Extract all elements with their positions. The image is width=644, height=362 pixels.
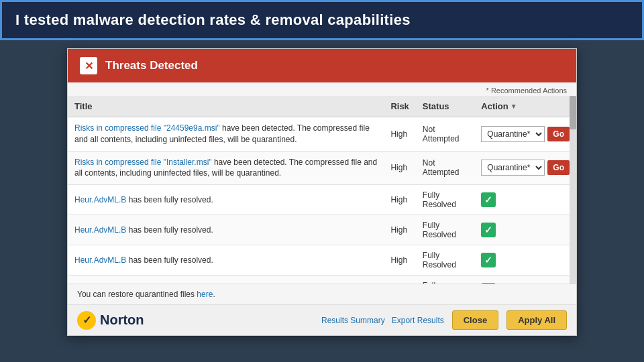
action-select[interactable]: Quarantine*ExcludeDelete: [481, 126, 545, 142]
table-row: Heur.AdvML.B has been fully resolved.Hig…: [68, 185, 576, 215]
norton-brand: Norton: [100, 312, 144, 328]
resolved-check-icon: ✓: [481, 223, 496, 237]
action-group: Quarantine*ExcludeDeleteGo: [481, 126, 570, 142]
cell-title: Risks in compressed file "24459e9a.msi" …: [68, 117, 384, 152]
cell-risk: High: [384, 151, 415, 185]
cell-action: ✓: [474, 185, 576, 215]
threats-table: Title Risk Status Action ▼ Risks in comp: [68, 96, 576, 284]
cell-status: Fully Resolved: [416, 215, 474, 245]
table-row: Heur.AdvML.B has been fully resolved.Hig…: [68, 245, 576, 276]
cell-title: Heur.AdvML.B has been fully resolved.: [68, 276, 384, 284]
table-row: Heur.AdvML.B has been fully resolved.Hig…: [68, 276, 576, 284]
table-row: Risks in compressed file "24459e9a.msi" …: [68, 117, 576, 152]
table-row: Heur.AdvML.B has been fully resolved.Hig…: [68, 215, 576, 245]
cell-risk: High: [384, 185, 415, 215]
table-header-row: Title Risk Status Action ▼: [68, 96, 576, 117]
col-action: Action ▼: [474, 96, 576, 117]
action-group: Quarantine*ExcludeDeleteGo: [481, 160, 570, 176]
threat-name-link[interactable]: Risks in compressed file "Installer.msi": [74, 158, 212, 167]
apply-all-button[interactable]: Apply All: [506, 310, 567, 330]
col-status: Status: [416, 96, 474, 117]
dialog-footer: ✓ Norton Results Summary Export Results …: [68, 304, 576, 335]
footer-links: Results Summary Export Results: [321, 316, 444, 325]
resolved-check-icon: ✓: [481, 253, 496, 267]
cell-action: ✓: [474, 215, 576, 245]
banner-text: I tested malware detection rates & remov…: [15, 11, 411, 28]
export-results-link[interactable]: Export Results: [392, 316, 444, 325]
action-select[interactable]: Quarantine*ExcludeDelete: [481, 160, 545, 176]
cell-action: ✓: [474, 276, 576, 284]
norton-logo: ✓ Norton: [77, 311, 144, 330]
cell-status: Not Attempted: [416, 151, 474, 185]
cell-title: Heur.AdvML.B has been fully resolved.: [68, 215, 384, 245]
close-button[interactable]: Close: [452, 310, 498, 330]
cell-risk: High: [384, 117, 415, 152]
recommended-note: * Recommended Actions: [68, 82, 576, 96]
threat-name-link[interactable]: Heur.AdvML.B: [74, 225, 126, 235]
go-button[interactable]: Go: [547, 127, 570, 141]
scrollbar-thumb[interactable]: [570, 96, 576, 129]
threats-dialog: ✕ Threats Detected * Recommended Actions…: [67, 48, 577, 336]
scrollbar[interactable]: [570, 96, 576, 284]
close-x-icon: ✕: [80, 57, 97, 74]
sort-arrow-icon: ▼: [511, 103, 517, 110]
cell-title: Heur.AdvML.B has been fully resolved.: [68, 185, 384, 215]
cell-title: Risks in compressed file "Installer.msi"…: [68, 151, 384, 185]
col-risk: Risk: [384, 96, 415, 117]
table-row: Risks in compressed file "Installer.msi"…: [68, 151, 576, 185]
cell-risk: High: [384, 245, 415, 276]
cell-action: ✓: [474, 245, 576, 276]
cell-risk: High: [384, 215, 415, 245]
cell-status: Fully Resolved: [416, 276, 474, 284]
resolved-check-icon: ✓: [481, 192, 496, 207]
cell-title: Heur.AdvML.B has been fully resolved.: [68, 245, 384, 276]
go-button[interactable]: Go: [547, 160, 570, 175]
resolved-check-icon: ✓: [481, 283, 496, 284]
dialog-content: * Recommended Actions Title Risk Status …: [68, 82, 576, 284]
results-summary-link[interactable]: Results Summary: [321, 316, 385, 325]
cell-status: Not Attempted: [416, 117, 474, 152]
table-wrapper: Title Risk Status Action ▼ Risks in comp: [68, 96, 576, 284]
cell-status: Fully Resolved: [416, 245, 474, 276]
cell-risk: High: [384, 276, 415, 284]
cell-action: Quarantine*ExcludeDeleteGo: [474, 117, 576, 152]
norton-checkmark-icon: ✓: [77, 311, 96, 330]
threat-name-link[interactable]: Heur.AdvML.B: [74, 255, 126, 265]
top-banner: I tested malware detection rates & remov…: [0, 0, 644, 40]
dialog-header-title: Threats Detected: [105, 59, 198, 72]
restore-line: You can restore quarantined files here.: [68, 284, 576, 304]
col-title: Title: [68, 96, 384, 117]
threat-name-link[interactable]: Heur.AdvML.B: [74, 195, 126, 204]
cell-status: Fully Resolved: [416, 185, 474, 215]
cell-action: Quarantine*ExcludeDeleteGo: [474, 151, 576, 185]
dialog-header: ✕ Threats Detected: [68, 49, 576, 82]
restore-link[interactable]: here: [197, 290, 213, 299]
threat-name-link[interactable]: Risks in compressed file "24459e9a.msi": [74, 123, 220, 133]
